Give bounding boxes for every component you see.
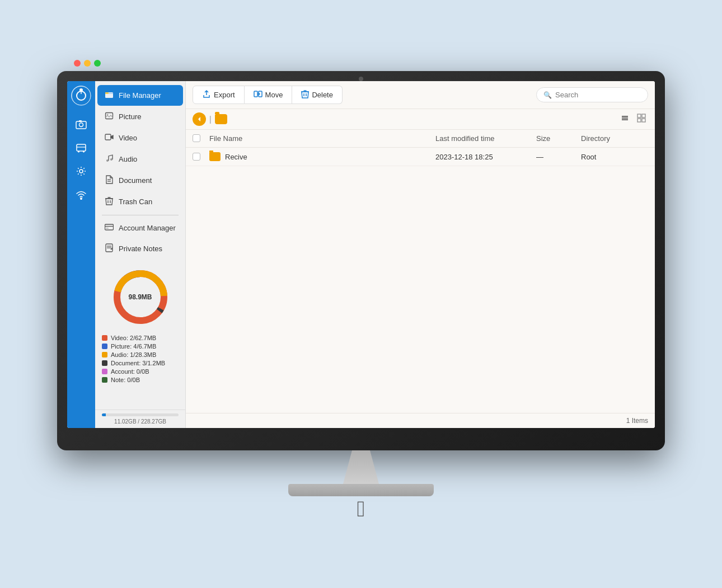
bus-nav-icon[interactable] [71, 137, 92, 158]
app-screen: File Manager Picture [67, 81, 655, 428]
current-folder-icon [215, 114, 227, 124]
svg-point-10 [83, 151, 85, 153]
legend-document: Document: 3/1.2MB [102, 360, 179, 366]
monitor-neck [339, 450, 383, 484]
camera-nav-icon[interactable] [71, 114, 92, 135]
audio-icon [104, 154, 114, 164]
apple-logo:  [357, 496, 365, 521]
svg-rect-17 [105, 134, 111, 140]
donut-chart: 98.9MB [110, 266, 171, 328]
sidebar-label-picture: Picture [119, 112, 141, 121]
legend-text-account: Account: 0/0B [111, 368, 149, 375]
legend-text-picture: Picture: 4/6.7MB [111, 343, 156, 350]
close-button[interactable] [74, 60, 81, 67]
move-button[interactable]: Move [245, 86, 293, 104]
search-input[interactable] [555, 91, 641, 99]
delete-icon [301, 90, 309, 100]
monitor-wrapper: File Manager Picture [57, 71, 665, 517]
storage-text: 11.02GB / 228.27GB [102, 418, 179, 425]
legend-picture: Picture: 4/6.7MB [102, 343, 179, 350]
svg-point-12 [81, 198, 82, 199]
legend-text-note: Note: 0/0B [111, 377, 140, 383]
svg-point-9 [78, 151, 79, 153]
storage-used-label: 98.9MB [128, 293, 152, 301]
trash-icon [104, 196, 114, 207]
delete-button[interactable]: Delete [292, 86, 343, 104]
sidebar-item-document[interactable]: Document [97, 170, 183, 191]
header-directory: Directory [581, 134, 648, 143]
file-name-cell: Recive [209, 152, 435, 161]
legend-dot-video [102, 335, 107, 341]
sidebar-item-file-manager[interactable]: File Manager [97, 85, 183, 106]
legend-video: Video: 2/62.7MB [102, 335, 179, 341]
export-button[interactable]: Export [193, 86, 245, 104]
app-logo [71, 86, 91, 106]
svg-rect-43 [637, 119, 641, 122]
table-header: File Name Last modified time Size Direct… [186, 130, 655, 148]
legend-text-audio: Audio: 1/28.3MB [111, 351, 156, 358]
account-manager-icon [104, 223, 114, 233]
monitor-bezel: File Manager Picture [57, 71, 665, 450]
search-box[interactable]: 🔍 [536, 87, 648, 102]
svg-rect-6 [79, 120, 82, 122]
sidebar-item-trash-can[interactable]: Trash Can [97, 191, 183, 212]
sidebar-item-audio[interactable]: Audio [97, 149, 183, 170]
nav-divider [102, 215, 179, 215]
svg-rect-44 [642, 119, 645, 122]
list-view-button[interactable] [618, 112, 631, 126]
minimize-button[interactable] [84, 60, 91, 67]
move-label: Move [265, 91, 283, 99]
svg-rect-25 [105, 224, 114, 230]
sidebar-label-private-notes: Private Notes [119, 244, 162, 253]
app-window: File Manager Picture [67, 81, 655, 428]
svg-rect-27 [106, 228, 109, 229]
grid-view-button[interactable] [635, 112, 648, 126]
svg-point-5 [79, 123, 83, 127]
svg-rect-36 [254, 91, 257, 97]
header-filename: File Name [209, 134, 435, 143]
main-content: Export Move [186, 81, 655, 428]
maximize-button[interactable] [94, 60, 101, 67]
file-table: File Name Last modified time Size Direct… [186, 130, 655, 413]
storage-bar-area: 11.02GB / 228.27GB [95, 410, 185, 428]
legend-audio: Audio: 1/28.3MB [102, 351, 179, 358]
sidebar-label-trash-can: Trash Can [119, 197, 152, 206]
picture-icon [104, 111, 114, 122]
legend-dot-account [102, 369, 107, 374]
file-directory: Root [581, 153, 648, 161]
path-separator: | [209, 115, 212, 124]
row-checkbox[interactable] [193, 153, 209, 161]
sidebar-label-account-manager: Account Manager [119, 224, 176, 232]
sidebar-item-private-notes[interactable]: Private Notes [97, 238, 183, 259]
icon-sidebar [67, 81, 95, 428]
sidebar-item-picture[interactable]: Picture [97, 106, 183, 127]
legend-dot-note [102, 377, 107, 383]
svg-point-11 [79, 170, 83, 173]
sidebar-label-document: Document [119, 176, 152, 185]
file-manager-icon [104, 90, 114, 101]
item-count: 1 Items [626, 417, 648, 425]
legend-text-document: Document: 3/1.2MB [111, 360, 165, 366]
wifi-nav-icon[interactable] [71, 184, 92, 205]
svg-rect-14 [105, 92, 109, 94]
file-modified: 2023-12-18 18:25 [435, 153, 536, 161]
status-bar: 1 Items [186, 413, 655, 428]
storage-bar-fill [102, 413, 106, 416]
monitor-base [288, 484, 434, 496]
legend-dot-document [102, 360, 107, 366]
settings-nav-icon[interactable] [71, 161, 92, 182]
sidebar-item-account-manager[interactable]: Account Manager [97, 218, 183, 238]
legend-dot-audio [102, 352, 107, 357]
header-modified: Last modified time [435, 134, 536, 143]
path-bar: | [186, 109, 655, 130]
back-button[interactable] [193, 112, 206, 126]
sidebar-item-video[interactable]: Video [97, 128, 183, 148]
nav-sidebar: File Manager Picture [95, 81, 186, 428]
header-checkbox[interactable] [193, 134, 209, 143]
svg-rect-41 [637, 114, 641, 117]
legend-dot-picture [102, 344, 107, 349]
search-icon: 🔍 [543, 91, 552, 99]
delete-label: Delete [312, 91, 333, 99]
table-row[interactable]: Recive 2023-12-18 18:25 — Root [186, 148, 655, 166]
window-controls [74, 60, 101, 67]
